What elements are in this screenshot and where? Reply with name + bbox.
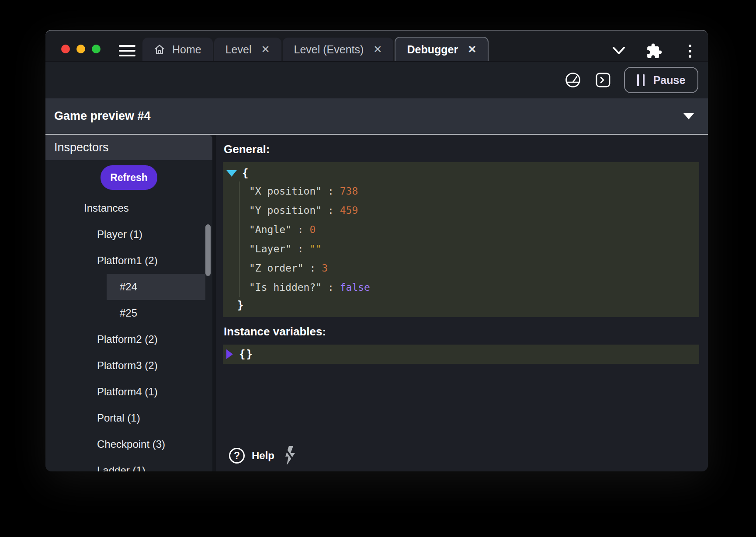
tab-strip: Home Level ✕ Level (Events) ✕ Debugger ✕	[142, 37, 489, 61]
minimize-window-button[interactable]	[76, 45, 85, 53]
profiler-gauge-icon[interactable]	[564, 71, 582, 89]
tree-item-instances[interactable]: Instances	[45, 195, 212, 221]
pause-button[interactable]: Pause	[624, 67, 698, 93]
property-value: 459	[340, 205, 358, 216]
tree-item-platform1[interactable]: Platform1 (2)	[45, 248, 212, 274]
panel-divider	[212, 135, 216, 471]
refresh-wrap: Refresh	[45, 160, 212, 195]
indent-guide	[239, 181, 239, 297]
general-json-viewer: { "X position" : 738 "Y position" : 459 …	[223, 162, 699, 317]
debugger-body: Inspectors Refresh Instances Player (1) …	[45, 135, 708, 471]
tree-item-ladder[interactable]: Ladder (1)	[45, 457, 212, 471]
pause-label: Pause	[653, 74, 686, 87]
inspectors-header: Inspectors	[45, 135, 212, 160]
json-property: "Layer" : ""	[223, 239, 699, 258]
traffic-lights	[61, 45, 101, 53]
property-value: 0	[309, 224, 316, 235]
close-icon[interactable]: ✕	[465, 43, 476, 56]
hamburger-menu-icon[interactable]	[119, 45, 135, 56]
close-window-button[interactable]	[61, 45, 70, 53]
tab-label: Home	[172, 43, 201, 56]
home-icon	[154, 44, 165, 55]
tab-bar: Home Level ✕ Level (Events) ✕ Debugger ✕	[45, 31, 708, 61]
help-label: Help	[252, 450, 274, 462]
close-icon[interactable]: ✕	[371, 43, 382, 56]
app-window: Home Level ✕ Level (Events) ✕ Debugger ✕	[45, 30, 708, 471]
instances-tree: Instances Player (1) Platform1 (2) #24 #…	[45, 195, 212, 471]
close-brace: }	[237, 299, 243, 311]
game-preview-title: Game preview #4	[54, 109, 151, 123]
inspector-detail-panel: General: { "X position" : 738 "Y positio…	[216, 135, 708, 471]
json-property: "Angle" : 0	[223, 220, 699, 239]
json-property: "Z order" : 3	[223, 258, 699, 278]
tab-label: Debugger	[407, 43, 458, 56]
debugger-toolbar: Pause	[45, 61, 708, 98]
instance-variables-viewer: {}	[223, 345, 699, 364]
tree-item-instance-24[interactable]: #24	[107, 274, 205, 300]
tree-item-platform4[interactable]: Platform4 (1)	[45, 379, 212, 405]
game-preview-selector[interactable]: Game preview #4	[45, 98, 708, 135]
help-row: Help	[229, 445, 298, 466]
property-value: false	[340, 282, 370, 293]
tree-item-platform3[interactable]: Platform3 (2)	[45, 352, 212, 379]
chevron-down-icon[interactable]	[612, 46, 626, 55]
property-value: 3	[322, 262, 328, 274]
open-brace: {	[242, 167, 248, 179]
tab-label: Level	[225, 43, 252, 56]
general-section-label: General:	[224, 143, 708, 156]
tree-item-player[interactable]: Player (1)	[45, 221, 212, 248]
collapse-triangle-icon[interactable]	[226, 170, 237, 177]
tree-item-instance-25[interactable]: #25	[45, 300, 212, 326]
tree-item-platform2[interactable]: Platform2 (2)	[45, 326, 212, 352]
zoom-window-button[interactable]	[92, 45, 101, 53]
tab-label: Level (Events)	[294, 43, 364, 56]
tree-item-checkpoint[interactable]: Checkpoint (3)	[45, 431, 212, 457]
pause-icon	[637, 74, 645, 86]
json-property: "Is hidden?" : false	[223, 278, 699, 297]
help-icon	[229, 448, 245, 464]
tab-level-events[interactable]: Level (Events) ✕	[283, 38, 394, 61]
extensions-puzzle-icon[interactable]	[646, 43, 662, 59]
tab-home[interactable]: Home	[142, 38, 213, 61]
sidebar-scrollbar[interactable]	[205, 224, 211, 276]
json-property: "X position" : 738	[223, 181, 699, 201]
tab-debugger[interactable]: Debugger ✕	[395, 37, 489, 61]
flash-off-icon[interactable]	[282, 445, 298, 466]
instance-variables-value: {}	[239, 348, 253, 360]
tab-level[interactable]: Level ✕	[214, 38, 281, 61]
refresh-button[interactable]: Refresh	[101, 165, 157, 190]
console-icon[interactable]	[595, 72, 611, 88]
instance-variables-label: Instance variables:	[224, 325, 708, 338]
help-button[interactable]: Help	[229, 448, 274, 464]
property-value: ""	[309, 243, 322, 255]
property-value: 738	[340, 185, 358, 197]
close-icon[interactable]: ✕	[258, 43, 270, 56]
expand-triangle-icon[interactable]	[226, 349, 233, 359]
tree-item-portal[interactable]: Portal (1)	[45, 405, 212, 431]
dropdown-arrow-icon	[683, 113, 694, 119]
more-options-icon[interactable]	[686, 44, 694, 59]
json-property: "Y position" : 459	[223, 201, 699, 220]
inspectors-sidebar: Inspectors Refresh Instances Player (1) …	[45, 135, 212, 471]
